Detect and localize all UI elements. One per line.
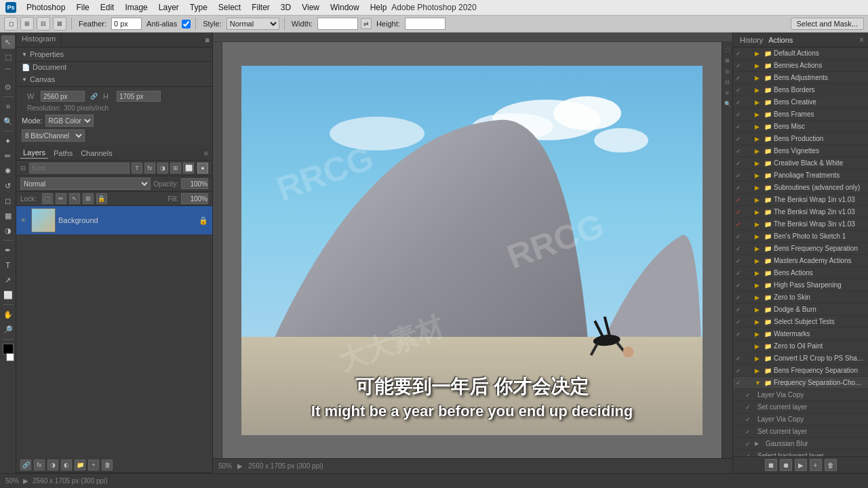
bits-select[interactable]: 8 Bits/Channel 16 Bits/Channel 32 Bits/C…: [22, 129, 85, 142]
layers-filter-btn[interactable]: T: [132, 163, 142, 174]
action-item-bens-production[interactable]: ✓ ▶ 📁 Bens Production: [733, 133, 868, 145]
layers-fx-btn[interactable]: fx: [144, 163, 155, 174]
action-item-subroutines[interactable]: ✓ ▶ 📁 Subroutines (advanced only): [733, 182, 868, 194]
subtract-selection-btn[interactable]: ⊟: [37, 17, 50, 30]
action-item-photo-sketch[interactable]: ✓ ▶ 📁 Ben's Photo to Sketch 1: [733, 230, 868, 243]
rectangular-marquee-tool[interactable]: ⬚: [1, 50, 15, 64]
menu-image[interactable]: Image: [120, 1, 152, 14]
menu-edit[interactable]: Edit: [96, 1, 119, 14]
action-item-wrap3[interactable]: ✓ ▶ 📁 The Benksi Wrap 3in v1.03: [733, 218, 868, 230]
add-link-btn[interactable]: 🔗: [20, 460, 31, 470]
zoom-tool[interactable]: 🔎: [1, 323, 15, 336]
action-item-dodge-burn[interactable]: ✓ ▶ 📁 Dodge & Burn: [733, 304, 868, 316]
feather-input[interactable]: [111, 18, 142, 30]
menu-3d[interactable]: 3D: [276, 1, 296, 14]
lock-transparent-btn[interactable]: ⬚: [42, 193, 53, 204]
action-item-highpass[interactable]: ✓ ▶ 📁 High Pass Sharpening: [733, 279, 868, 291]
action-item-wrap1[interactable]: ✓ ▶ 📁 The Benksi Wrap 1in v1.03: [733, 194, 868, 206]
right-icon-6[interactable]: 🔍: [723, 99, 732, 108]
action-item-wrap2[interactable]: ✓ ▶ 📁 The Benksi Wrap 2in v1.03: [733, 206, 868, 218]
actions-tab[interactable]: Actions: [766, 35, 795, 45]
action-sub-select-backward[interactable]: ✓ Select backward layer: [733, 450, 868, 456]
swap-dimensions-btn[interactable]: ⇄: [361, 18, 372, 29]
history-brush-tool[interactable]: ↺: [1, 179, 15, 192]
action-item-bens-vignettes[interactable]: ✓ ▶ 📁 Bens Vignettes: [733, 145, 868, 157]
brush-tool[interactable]: ✏: [1, 149, 15, 163]
delete-action-btn[interactable]: 🗑: [825, 459, 837, 471]
new-action-btn[interactable]: +: [810, 459, 822, 471]
antialias-checkbox[interactable]: [182, 20, 191, 28]
paths-tab[interactable]: Paths: [51, 148, 75, 159]
canvas-height-input[interactable]: [117, 91, 161, 102]
actions-close-btn[interactable]: ×: [859, 35, 864, 45]
height-input[interactable]: [405, 18, 446, 30]
lasso-tool[interactable]: ⌒: [1, 65, 15, 79]
mode-select[interactable]: RGB Color CMYK Grayscale: [45, 115, 94, 127]
canvas-viewport[interactable]: RRCG RRCG 大大素材 可能要到一年后 你才会决定 It might be…: [222, 42, 722, 458]
lock-position-btn[interactable]: ↖: [69, 193, 80, 204]
action-item-panoliage[interactable]: ✓ ▶ 📁 Panoliage Treatments: [733, 169, 868, 182]
clone-stamp-tool[interactable]: ✱: [1, 164, 15, 178]
lock-artboard-btn[interactable]: ⊞: [83, 193, 94, 204]
opacity-input[interactable]: [181, 178, 208, 189]
new-group-btn[interactable]: 📁: [75, 460, 85, 470]
history-tab[interactable]: History: [737, 35, 766, 45]
add-selection-btn[interactable]: ⊞: [20, 17, 34, 30]
link-dimensions-icon[interactable]: 🔗: [90, 93, 98, 100]
menu-file[interactable]: File: [71, 1, 94, 14]
move-tool[interactable]: ↖: [1, 35, 15, 49]
shape-tool[interactable]: ⬜: [1, 288, 15, 302]
properties-section-header[interactable]: ▼ Properties: [16, 47, 212, 62]
action-item-select-subject[interactable]: ✓ ▶ 📁 Select Subject Tests: [733, 316, 868, 328]
background-color[interactable]: [6, 353, 14, 361]
menu-view[interactable]: View: [297, 1, 324, 14]
right-icon-4[interactable]: ⊡: [723, 77, 732, 87]
action-sub-set-current-2[interactable]: ✓ Set current layer: [733, 426, 868, 438]
layers-adj-btn[interactable]: ◑: [157, 163, 168, 174]
layers-smart-btn[interactable]: ⊞: [170, 163, 181, 174]
action-item-bens-borders[interactable]: ✓ ▶ 📁 Bens Borders: [733, 84, 868, 96]
canvas-section-header[interactable]: ▼ Canvas: [16, 73, 212, 87]
menu-help[interactable]: Help: [366, 1, 392, 14]
action-item-convert-lr[interactable]: ✓ ▶ 📁 Convert LR Crop to PS Shape Layer: [733, 352, 868, 365]
channels-tab[interactable]: Channels: [78, 148, 115, 159]
layer-visibility-toggle[interactable]: 👁: [20, 217, 28, 224]
blend-mode-select[interactable]: Normal Multiply Screen: [20, 178, 151, 190]
canvas-width-input[interactable]: [41, 91, 85, 102]
action-item-bens-adj[interactable]: ✓ ▶ 📁 Bens Adjustments: [733, 72, 868, 84]
path-selection-tool[interactable]: ↗: [1, 273, 15, 287]
action-sub-gaussian-blur[interactable]: ✓ ▶ Gaussian Blur: [733, 438, 868, 450]
intersect-selection-btn[interactable]: ⊠: [53, 17, 66, 30]
stop-btn[interactable]: ⏹: [765, 459, 777, 471]
action-item-zero-skin[interactable]: ✓ ▶ 📁 Zero to Skin: [733, 291, 868, 304]
spot-healing-tool[interactable]: ✦: [1, 134, 15, 148]
background-layer-row[interactable]: 👁 Background 🔒: [16, 206, 212, 235]
width-input[interactable]: [317, 18, 358, 30]
add-mask-btn[interactable]: ◑: [47, 460, 58, 470]
action-item-freq-sep[interactable]: ✓ ▶ 📁 Bens Frequency Separation: [733, 243, 868, 255]
action-item-bens-frames[interactable]: ✓ ▶ 📁 Bens Frames: [733, 108, 868, 121]
play-btn[interactable]: ▶: [795, 459, 807, 471]
menu-select[interactable]: Select: [214, 1, 245, 14]
lock-all-btn[interactable]: 🔒: [96, 193, 107, 204]
layers-filter-toggle[interactable]: ●: [197, 163, 208, 174]
eyedropper-tool[interactable]: 🔍: [1, 115, 15, 128]
right-icon-3[interactable]: ◎: [723, 66, 732, 76]
histogram-tab[interactable]: Histogram: [16, 33, 62, 47]
action-sub-layer-via-copy-1[interactable]: ✓ Layer Via Copy: [733, 389, 868, 401]
fill-input[interactable]: [181, 193, 208, 204]
hand-tool[interactable]: ✋: [1, 308, 15, 321]
eraser-tool[interactable]: ◻: [1, 194, 15, 207]
layers-shape-btn[interactable]: ⬜: [183, 163, 194, 174]
gradient-tool[interactable]: ▦: [1, 209, 15, 222]
menu-window[interactable]: Window: [326, 1, 364, 14]
action-item-freq-sep2[interactable]: ✓ ▶ 📁 Bens Frequency Separation: [733, 365, 868, 377]
action-sub-layer-via-copy-2[interactable]: ✓ Layer Via Copy: [733, 413, 868, 426]
style-select[interactable]: Normal Fixed Ratio Fixed Size: [226, 18, 279, 30]
dodge-tool[interactable]: ◑: [1, 224, 15, 237]
crop-tool[interactable]: ⌗: [1, 100, 15, 113]
action-item-bens-actions[interactable]: ✓ ▶ 📁 Bens Actions: [733, 267, 868, 279]
action-item-creative-bw[interactable]: ✓ ▶ 📁 Creative Black & White: [733, 157, 868, 169]
add-fx-btn[interactable]: fx: [34, 460, 45, 470]
layers-panel-options[interactable]: ≡: [204, 149, 208, 157]
